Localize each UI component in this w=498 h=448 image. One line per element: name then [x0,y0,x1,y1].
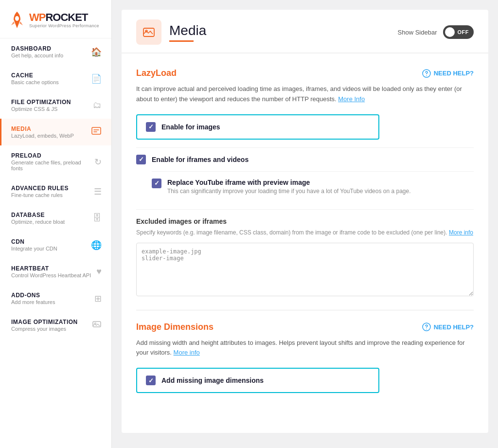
lazyload-section-header: LazyLoad NEED HELP? [136,68,474,78]
heartbeat-icon: ♥ [96,267,102,277]
show-sidebar-toggle[interactable]: OFF [443,25,474,39]
page-header: Media Show Sidebar OFF [122,10,488,54]
sidebar-item-add-ons[interactable]: ADD-ONS Add more features ⊞ [0,285,111,312]
lazyload-need-help[interactable]: NEED HELP? [422,69,474,78]
cdn-icon: 🌐 [91,240,102,251]
image-dimensions-more-info[interactable]: More info [174,349,200,356]
add-ons-icon: ⊞ [94,293,102,304]
replace-youtube-checkbox[interactable]: ✓ [152,179,161,188]
toggle-state-label: OFF [458,29,469,35]
image-dimensions-need-help-label: NEED HELP? [434,323,474,331]
add-missing-dimensions-option[interactable]: ✓ Add missing image dimensions [136,368,379,393]
sidebar-item-dashboard[interactable]: DASHBOARD Get help, account info 🏠 [0,38,111,65]
sidebar-item-database[interactable]: DATABASE Optimize, reduce bloat 🗄 [0,205,111,232]
advanced-rules-icon: ☰ [94,186,102,197]
image-dimensions-need-help[interactable]: NEED HELP? [422,323,474,331]
enable-iframes-checkbox[interactable]: ✓ [136,155,146,164]
enable-iframes-option[interactable]: ✓ Enable for iframes and videos [136,147,474,171]
excluded-textarea[interactable]: example-image.jpg slider-image [136,243,474,296]
image-opt-icon [92,319,102,331]
replace-youtube-desc: This can significantly improve your load… [167,188,411,195]
logo-text: WPROCKET Superior WordPress Performance [29,12,99,28]
excluded-section: Excluded images or iframes Specify keywo… [136,209,474,298]
svg-point-0 [15,16,19,21]
excluded-desc: Specify keywords (e.g. image filename, C… [136,228,474,237]
svg-rect-1 [92,127,101,134]
page-title-underline [169,40,194,42]
enable-images-option[interactable]: ✓ Enable for images [136,114,379,140]
replace-youtube-suboption: ✓ Replace YouTube iframe with preview im… [152,171,474,201]
page-icon [136,19,161,45]
help-circle-icon-2 [422,323,431,331]
sidebar-item-cache[interactable]: CACHE Basic cache options 📄 [0,65,111,92]
lazyload-section: LazyLoad NEED HELP? It can improve actua… [136,68,474,298]
lazyload-need-help-label: NEED HELP? [434,70,474,77]
logo-rocket: ROCKET [45,11,88,23]
sidebar-item-preload[interactable]: PRELOAD Generate cache files, preload fo… [0,145,111,178]
page-title: Media [169,23,206,38]
show-sidebar-label: Show Sidebar [398,29,437,36]
image-dimensions-title: Image Dimensions [136,322,213,332]
replace-youtube-label: Replace YouTube iframe with preview imag… [167,179,411,186]
preload-icon: ↻ [94,157,102,167]
excluded-title: Excluded images or iframes [136,217,474,225]
image-dimensions-header: Image Dimensions NEED HELP? [136,322,474,332]
enable-images-checkbox[interactable]: ✓ [146,122,156,132]
page-content: LazyLoad NEED HELP? It can improve actua… [122,54,488,415]
file-opt-icon: 🗂 [93,100,102,110]
sidebar-item-file-optimization[interactable]: FILE OPTIMIZATION Optimize CSS & JS 🗂 [0,92,111,119]
cache-icon: 📄 [91,73,102,84]
image-dimensions-section: Image Dimensions NEED HELP? Add missing … [136,322,474,394]
sidebar-item-cdn[interactable]: CDN Integrate your CDN 🌐 [0,232,111,258]
lazyload-description: It can improve actual and perceived load… [136,84,474,105]
help-circle-icon [422,69,431,78]
enable-iframes-label: Enable for iframes and videos [152,156,249,163]
page-card: Media Show Sidebar OFF LazyLoad [122,10,488,433]
sidebar-item-image-optimization[interactable]: IMAGE OPTIMIZATION Compress your images [0,312,111,339]
main-content: Media Show Sidebar OFF LazyLoad [112,0,498,448]
sidebar-nav: DASHBOARD Get help, account info 🏠 CACHE… [0,38,111,448]
svg-point-7 [426,75,427,76]
sidebar: WPROCKET Superior WordPress Performance … [0,0,112,448]
rocket-logo-icon [10,11,24,29]
logo: WPROCKET Superior WordPress Performance [0,0,111,38]
add-missing-dimensions-checkbox[interactable]: ✓ [146,376,156,385]
media-icon [91,125,102,139]
sidebar-item-advanced-rules[interactable]: ADVANCED RULES Fine-tune cache rules ☰ [0,178,111,205]
lazyload-title: LazyLoad [136,68,177,78]
logo-tagline: Superior WordPress Performance [29,23,99,28]
dashboard-icon: 🏠 [91,47,102,57]
logo-container: WPROCKET Superior WordPress Performance [10,11,102,29]
sidebar-item-media[interactable]: MEDIA LazyLoad, embeds, WebP [0,119,111,145]
enable-images-label: Enable for images [161,123,220,131]
database-icon: 🗄 [93,213,102,223]
excluded-more-info-link[interactable]: More info [449,229,473,236]
image-dimensions-description: Add missing width and height attributes … [136,338,474,358]
add-missing-dimensions-label: Add missing image dimensions [161,376,264,384]
toggle-knob [445,27,455,37]
sidebar-item-heartbeat[interactable]: HEARTBEAT Control WordPress Heartbeat AP… [0,258,111,285]
svg-point-9 [426,329,427,330]
section-divider [136,310,474,310]
logo-wp: WP [29,11,45,23]
lazyload-more-info-link[interactable]: More Info [338,95,365,103]
